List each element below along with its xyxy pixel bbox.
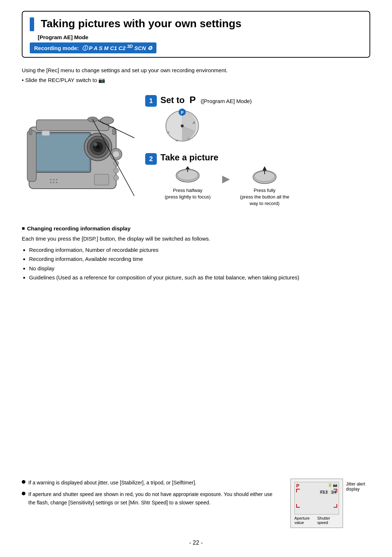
svg-point-25 xyxy=(50,182,52,183)
step-2-content: Take a picture xyxy=(160,152,292,207)
bottom-area: If a warning is displayed about jitter, … xyxy=(22,479,370,528)
page-number: - 22 - xyxy=(189,540,203,546)
lcd-inner: P 🔋 📷 F3.3 1/4 xyxy=(294,482,339,515)
svg-rect-29 xyxy=(113,129,115,135)
svg-point-37 xyxy=(181,124,184,127)
shutter-fully-label: Press fully (press the button all the wa… xyxy=(237,187,292,207)
mode-line-text: Recording mode: xyxy=(34,45,79,51)
lcd-icons: 🔋 📷 xyxy=(328,483,338,488)
step-1-number: 1 xyxy=(145,95,157,107)
svg-text:iA: iA xyxy=(167,131,170,134)
svg-point-27 xyxy=(56,182,57,183)
step-2-title: Take a picture xyxy=(160,152,292,163)
lcd-bottom-row: F3.3 1/4 xyxy=(295,489,339,495)
shutter-halfway-label: Press halfway (press lightly to focus) xyxy=(165,187,211,200)
svg-point-17 xyxy=(114,175,119,180)
jitter-label-text: Jitter alert display xyxy=(346,482,365,492)
svg-point-23 xyxy=(53,179,54,180)
press-fully-sub: (press the button all the way to record) xyxy=(240,194,289,206)
svg-text:A: A xyxy=(192,121,195,125)
press-fully-text: Press fully xyxy=(254,188,275,193)
bullet-dot-2 xyxy=(22,492,25,495)
header-box: Taking pictures with your own settings [… xyxy=(22,11,370,58)
svg-text:P: P xyxy=(181,110,183,115)
svg-text:M: M xyxy=(176,139,178,142)
shutter-halfway: Press halfway (press lightly to focus) xyxy=(160,165,215,200)
illustration-area: 1 Set to P ([Program AE] Mode) xyxy=(22,91,370,214)
lcd-corner-tl xyxy=(296,489,300,492)
svg-text:S: S xyxy=(188,137,189,140)
mode-symbols: ⓘ P A S M C1 C2 3D SCN ♻ xyxy=(81,45,152,51)
lcd-mock: P 🔋 📷 F3.3 1/4 Aperture value xyxy=(290,479,343,528)
lcd-aperture: F3.3 xyxy=(319,490,328,495)
section-heading: Changing recording information display xyxy=(22,225,370,232)
blue-accent-bar xyxy=(30,17,34,31)
svg-point-19 xyxy=(113,151,119,157)
steps-area: 1 Set to P ([Program AE] Mode) xyxy=(138,91,370,214)
lcd-label-row: Aperture value Shutter speed xyxy=(294,516,339,525)
svg-point-15 xyxy=(114,161,119,166)
svg-point-10 xyxy=(101,117,114,124)
step-1-title-text: Set to xyxy=(160,95,185,105)
svg-point-16 xyxy=(114,168,119,173)
shutter-arrow: ▶ xyxy=(222,173,230,185)
lcd-top-row: P 🔋 📷 xyxy=(295,482,339,489)
svg-rect-13 xyxy=(27,131,36,181)
recording-info-section: Changing recording information display E… xyxy=(22,225,370,282)
svg-point-22 xyxy=(50,179,52,180)
bottom-bullet-2: If aperture and shutter speed are shown … xyxy=(22,490,279,507)
step-1-title: Set to P ([Program AE] Mode) xyxy=(160,94,252,106)
bullet-2: Recording information, Available recordi… xyxy=(29,254,370,264)
lcd-p-indicator: P xyxy=(296,483,299,488)
shutter-steps: Press halfway (press lightly to focus) ▶ xyxy=(160,165,292,207)
jitter-alert-label: Jitter alert display xyxy=(346,479,370,492)
recording-mode-label: Recording mode: ⓘ P A S M C1 C2 3D SCN ♻ xyxy=(30,42,156,53)
aperture-value-label: Aperture value xyxy=(294,516,317,525)
step-1-mode-label: ([Program AE] Mode) xyxy=(201,98,252,104)
svg-point-26 xyxy=(53,182,54,183)
svg-marker-44 xyxy=(262,166,267,171)
camera-illustration xyxy=(22,91,138,214)
step-2-number: 2 xyxy=(145,153,157,165)
svg-rect-14 xyxy=(94,174,109,185)
step-1-row: 1 Set to P ([Program AE] Mode) xyxy=(145,94,370,145)
intro-line1: Using the [Rec] menu to change settings … xyxy=(22,66,370,75)
lcd-display-mock: P 🔋 📷 F3.3 1/4 Aperture value xyxy=(290,479,370,528)
section-body: Each time you press the [DISP.] button, … xyxy=(22,234,370,243)
svg-rect-12 xyxy=(42,131,50,136)
dial-graphic: P A S M iA xyxy=(164,108,252,145)
lcd-corner-tr xyxy=(334,489,337,492)
bottom-bullet-1: If a warning is displayed about jitter, … xyxy=(22,479,279,487)
bullet-3: No display xyxy=(29,264,370,273)
intro-line2: • Slide the REC/PLAY switch to 📷 xyxy=(22,76,370,85)
lcd-corner-bl xyxy=(296,504,300,508)
shutter-speed-label: Shutter speed xyxy=(317,516,339,525)
press-halfway-text: Press halfway xyxy=(173,188,203,193)
section-bullets: Recording information, Number of recorda… xyxy=(29,245,370,282)
header-subtitle: [Program AE] Mode xyxy=(38,34,362,40)
svg-rect-3 xyxy=(36,134,89,171)
press-halfway-sub: (press lightly to focus) xyxy=(165,194,211,200)
svg-marker-40 xyxy=(185,166,190,169)
bottom-text-block: If a warning is displayed about jitter, … xyxy=(22,479,279,510)
bottom-bullet-2-text: If aperture and shutter speed are shown … xyxy=(28,490,279,507)
step-2-row: 2 Take a picture xyxy=(145,152,370,207)
p-letter: P xyxy=(189,94,196,105)
step-1-content: Set to P ([Program AE] Mode) xyxy=(160,94,252,145)
bullet-4: Guidelines (Used as a reference for comp… xyxy=(29,273,370,282)
bullet-1: Recording information, Number of recorda… xyxy=(29,245,370,255)
title-text: Taking pictures with your own settings xyxy=(41,17,241,29)
page-title: Taking pictures with your own settings xyxy=(30,17,362,31)
bullet-4-text: Guidelines (Used as a reference for comp… xyxy=(29,274,299,280)
bottom-bullet-1-text: If a warning is displayed about jitter, … xyxy=(28,479,196,487)
svg-point-24 xyxy=(56,179,57,180)
lcd-corner-br xyxy=(334,504,337,508)
svg-rect-28 xyxy=(29,129,32,135)
shutter-fully: Press fully (press the button all the wa… xyxy=(237,165,292,207)
bullet-dot-1 xyxy=(22,480,25,484)
svg-point-9 xyxy=(94,143,97,146)
